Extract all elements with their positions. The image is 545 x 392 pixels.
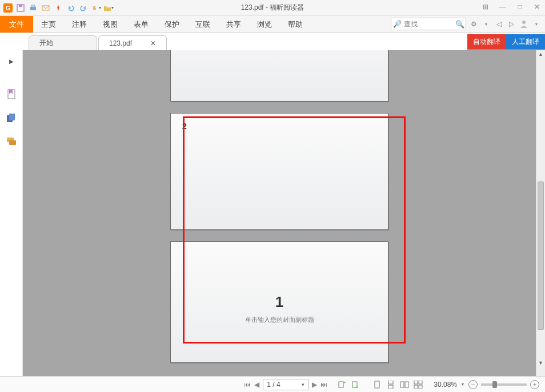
user-dropdown-icon[interactable]: ▾ [531,19,542,29]
hand-tool-icon[interactable]: ▾ [90,2,102,14]
svg-point-7 [522,21,526,24]
main-area: ▶ 2 1 单击输入您的封面副标题 ▲ ▼ [0,50,545,376]
bookmarks-panel-icon[interactable] [5,87,18,101]
ribbon-tab-browse[interactable]: 浏览 [249,16,280,33]
bookmark-nav-group: + [335,379,362,390]
ribbon-tab-connect[interactable]: 互联 [187,16,218,33]
vertical-scrollbar[interactable]: ▲ ▼ [536,50,545,376]
nav-forward-icon[interactable]: ▷ [506,19,516,29]
left-sidebar: ▶ [0,50,23,376]
search-input[interactable] [403,20,454,28]
cover-subtitle-placeholder: 单击输入您的封面副标题 [171,315,388,324]
ribbon-tab-help[interactable]: 帮助 [280,16,311,33]
page-dropdown-icon[interactable]: ▾ [302,382,304,387]
facing-view-icon[interactable] [399,379,410,390]
status-bar: ⏮ ◀ 1 / 4 ▾ ▶ ⏭ + 30.08% ▾ − + [0,376,545,392]
ribbon-right-tools: 🔎 🔍 ⚙ ▾ ◁ ▷ ▾ [391,18,542,30]
svg-rect-20 [405,382,408,387]
translate-buttons: 自动翻译 人工翻译 [467,34,545,50]
last-page-icon[interactable]: ⏭ [320,381,327,389]
scrollbar-thumb[interactable] [538,181,544,330]
quick-access-toolbar: G ▾ ▾ [0,2,114,14]
open-folder-icon[interactable]: ▾ [103,2,114,14]
scroll-up-icon[interactable]: ▲ [536,51,545,57]
svg-rect-17 [388,381,393,384]
doc-tab-start[interactable]: 开始 [29,35,97,50]
zoom-out-button[interactable]: − [468,380,478,389]
svg-text:G: G [6,5,11,11]
ribbon-tab-protect[interactable]: 保护 [157,16,187,33]
zoom-level-display: 30.08% [434,381,457,389]
svg-text:+: + [343,381,346,385]
comments-panel-icon[interactable] [5,135,18,149]
pdf-page[interactable]: 1 单击输入您的封面副标题 [170,241,388,363]
save-icon[interactable] [15,2,26,14]
page-number-field[interactable]: 1 / 4 ▾ [263,379,308,390]
ribbon-tab-form[interactable]: 表单 [126,16,157,33]
doc-tab-label: 123.pdf [109,39,132,47]
auto-translate-button[interactable]: 自动翻译 [467,34,506,50]
svg-rect-4 [30,7,36,10]
ribbon-tab-share[interactable]: 共享 [218,16,249,33]
svg-rect-5 [31,5,35,7]
svg-rect-23 [414,385,418,389]
svg-rect-12 [9,140,16,145]
zoom-slider-knob[interactable] [492,381,497,388]
first-page-icon[interactable]: ⏮ [244,381,251,389]
user-profile-icon[interactable] [519,19,529,29]
cover-title-number: 1 [171,293,388,310]
close-window-icon[interactable]: ✕ [532,2,542,11]
search-button-icon[interactable]: 🔍 [454,20,466,29]
page-center-content: 1 单击输入您的封面副标题 [171,293,388,324]
maximize-icon[interactable]: □ [515,2,524,11]
document-viewport[interactable]: 2 1 单击输入您的封面副标题 [23,50,536,376]
zoom-dropdown-icon[interactable]: ▾ [462,382,464,387]
search-box[interactable]: 🔎 🔍 [391,18,466,30]
pin-icon[interactable] [53,2,64,14]
find-folder-icon: 🔎 [391,20,403,28]
next-page-icon[interactable]: ▶ [312,381,317,389]
minimize-icon[interactable]: — [498,2,507,11]
ribbon-tab-view[interactable]: 视图 [95,16,126,33]
pages-panel-icon[interactable] [5,111,18,125]
continuous-view-icon[interactable] [386,379,396,390]
ribbon-tab-annotate[interactable]: 注释 [64,16,95,33]
svg-rect-3 [19,5,22,7]
svg-rect-16 [375,381,379,388]
undo-icon[interactable] [65,2,77,14]
ribbon-tab-home[interactable]: 主页 [33,16,64,33]
redo-icon[interactable] [78,2,89,14]
print-icon[interactable] [27,2,39,14]
continuous-facing-view-icon[interactable] [413,379,423,390]
scroll-down-icon[interactable]: ▼ [536,360,545,366]
settings-dropdown-icon[interactable]: ▾ [481,19,491,29]
prev-page-icon[interactable]: ◀ [254,381,259,389]
svg-rect-22 [419,381,422,384]
doc-tab-file[interactable]: 123.pdf ✕ [98,35,167,50]
page-nav-controls: ⏮ ◀ [244,381,259,389]
close-tab-icon[interactable]: ✕ [150,39,156,47]
document-tab-bar: 开始 123.pdf ✕ ▼ 自动翻译 人工翻译 [0,33,545,50]
ribbon-bar: 文件 主页 注释 视图 表单 保护 互联 共享 浏览 帮助 🔎 🔍 ⚙ ▾ ◁ … [0,16,545,33]
snap-layout-icon[interactable]: ⊞ [481,2,490,11]
svg-rect-18 [388,385,393,389]
zoom-slider[interactable] [481,383,527,386]
email-icon[interactable] [40,2,51,14]
pdf-page[interactable]: 2 [170,113,388,230]
single-page-view-icon[interactable] [372,379,382,390]
expand-sidebar-icon[interactable]: ▶ [9,58,14,64]
nav-back-icon[interactable]: ◁ [494,19,504,29]
add-bookmark-icon[interactable]: + [336,379,347,390]
pdf-page[interactable] [170,50,388,102]
page-nav-controls-2: ▶ ⏭ [312,381,327,389]
zoom-in-button[interactable]: + [530,380,539,389]
settings-gear-icon[interactable]: ⚙ [468,19,479,29]
file-tab[interactable]: 文件 [0,16,33,33]
manual-translate-button[interactable]: 人工翻译 [506,34,545,50]
svg-rect-10 [9,114,15,120]
page-corner-number: 2 [182,122,187,131]
app-logo-icon[interactable]: G [2,2,14,14]
goto-bookmark-icon[interactable] [350,379,360,390]
svg-rect-19 [400,382,404,387]
svg-rect-13 [339,382,343,387]
